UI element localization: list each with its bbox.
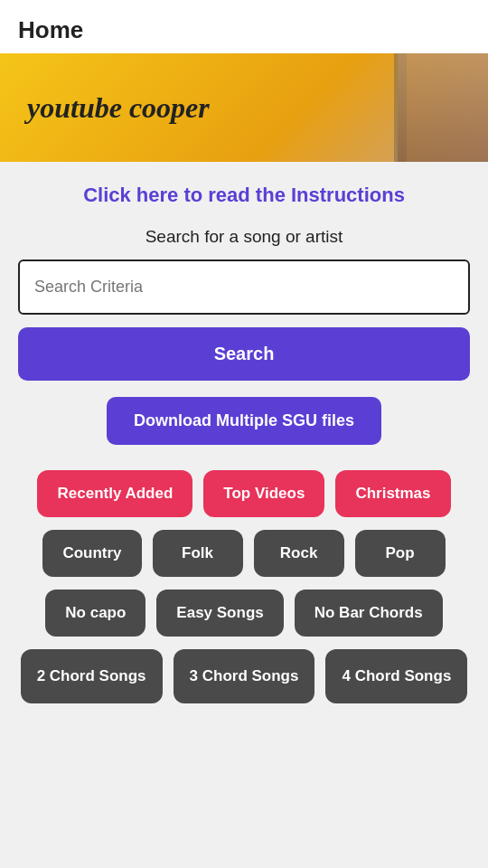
- search-label: Search for a song or artist: [18, 227, 470, 247]
- banner-decoration: [398, 53, 488, 162]
- btn-no-capo[interactable]: No capo: [45, 590, 145, 637]
- category-row-1: Recently Added Top Videos Christmas: [18, 470, 470, 517]
- search-button[interactable]: Search: [18, 327, 470, 381]
- chord-row: 2 Chord Songs 3 Chord Songs 4 Chord Song…: [18, 649, 470, 703]
- btn-pop[interactable]: Pop: [355, 530, 446, 577]
- header: Home: [0, 0, 488, 53]
- search-input-wrap: [18, 259, 470, 315]
- main-content: Click here to read the Instructions Sear…: [0, 162, 488, 743]
- btn-country[interactable]: Country: [42, 530, 141, 577]
- banner-text: youtube cooper: [27, 91, 210, 125]
- btn-rock[interactable]: Rock: [254, 530, 344, 577]
- btn-folk[interactable]: Folk: [153, 530, 243, 577]
- btn-christmas[interactable]: Christmas: [335, 470, 450, 517]
- page-title: Home: [18, 16, 83, 43]
- btn-no-bar-chords[interactable]: No Bar Chords: [295, 590, 443, 637]
- btn-easy-songs[interactable]: Easy Songs: [156, 590, 283, 637]
- btn-3-chord-songs[interactable]: 3 Chord Songs: [174, 649, 315, 703]
- category-row-3: No capo Easy Songs No Bar Chords: [18, 590, 470, 637]
- download-button-wrap: Download Multiple SGU files: [18, 397, 470, 445]
- btn-recently-added[interactable]: Recently Added: [37, 470, 192, 517]
- instructions-link[interactable]: Click here to read the Instructions: [18, 184, 470, 207]
- search-input[interactable]: [18, 259, 470, 315]
- banner: youtube cooper: [0, 53, 488, 162]
- download-button[interactable]: Download Multiple SGU files: [107, 397, 381, 445]
- category-row-2: Country Folk Rock Pop: [18, 530, 470, 577]
- btn-2-chord-songs[interactable]: 2 Chord Songs: [21, 649, 163, 703]
- btn-top-videos[interactable]: Top Videos: [203, 470, 324, 517]
- btn-4-chord-songs[interactable]: 4 Chord Songs: [325, 649, 467, 703]
